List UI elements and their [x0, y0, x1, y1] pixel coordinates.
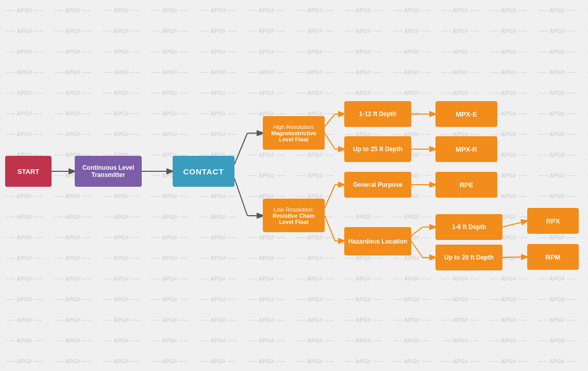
svg-line-14 [325, 216, 335, 241]
rpe-node[interactable]: RPE [435, 172, 497, 198]
rpm-node[interactable]: RPM [527, 244, 579, 270]
svg-line-2 [234, 133, 247, 164]
mpxr-node[interactable]: MPX-R [435, 136, 497, 162]
svg-line-19 [411, 241, 423, 257]
continuous-level-transmitter-node[interactable]: Continuous Level Transmitter [75, 156, 142, 187]
rpe-label: RPE [460, 181, 474, 189]
depth-25ft-label: Up to 25 ft Depth [353, 146, 402, 153]
depth-20ft-label: Up to 20 ft Depth [444, 254, 494, 261]
hazardous-location-node[interactable]: Hazardous Location [344, 227, 411, 255]
depth-1-6ft-node[interactable]: 1-6 ft Depth [435, 214, 502, 240]
low-resolution-node[interactable]: Low Resolution: Resistive Chain Level Fl… [263, 199, 325, 232]
contact-node[interactable]: CONTACT [173, 156, 234, 187]
hazardous-label: Hazardous Location [348, 238, 408, 245]
rpm-label: RPM [546, 253, 561, 261]
rpx-node[interactable]: RPX [527, 208, 579, 234]
flowchart: START Continuous Level Transmitter CONTA… [0, 0, 588, 371]
general-purpose-label: General Purpose [353, 181, 402, 188]
depth-25ft-node[interactable]: Up to 25 ft Depth [344, 136, 411, 162]
mpxe-label: MPX-E [456, 110, 477, 118]
high-resolution-node[interactable]: High Resolution: Magnetostrictive Level … [263, 116, 325, 150]
depth-20ft-node[interactable]: Up to 20 ft Depth [435, 245, 502, 270]
contact-label: CONTACT [183, 167, 224, 176]
depth-1-12ft-node[interactable]: 1-12 ft Depth [344, 101, 411, 127]
svg-line-8 [325, 133, 335, 149]
mpxe-node[interactable]: MPX-E [435, 101, 497, 127]
start-label: START [18, 168, 39, 175]
mpxr-label: MPX-R [456, 146, 477, 153]
depth-1-12ft-label: 1-12 ft Depth [359, 110, 397, 118]
depth-1-6ft-label: 1-6 ft Depth [452, 223, 486, 231]
rpx-label: RPX [546, 217, 560, 225]
svg-line-6 [325, 114, 335, 126]
continuous-label: Continuous Level Transmitter [82, 164, 135, 179]
start-node[interactable]: START [5, 156, 52, 187]
svg-line-12 [325, 185, 335, 208]
general-purpose-node[interactable]: General Purpose [344, 172, 411, 198]
svg-line-21 [502, 221, 527, 227]
svg-line-4 [234, 179, 247, 216]
svg-line-22 [502, 257, 527, 257]
svg-line-17 [411, 227, 423, 236]
